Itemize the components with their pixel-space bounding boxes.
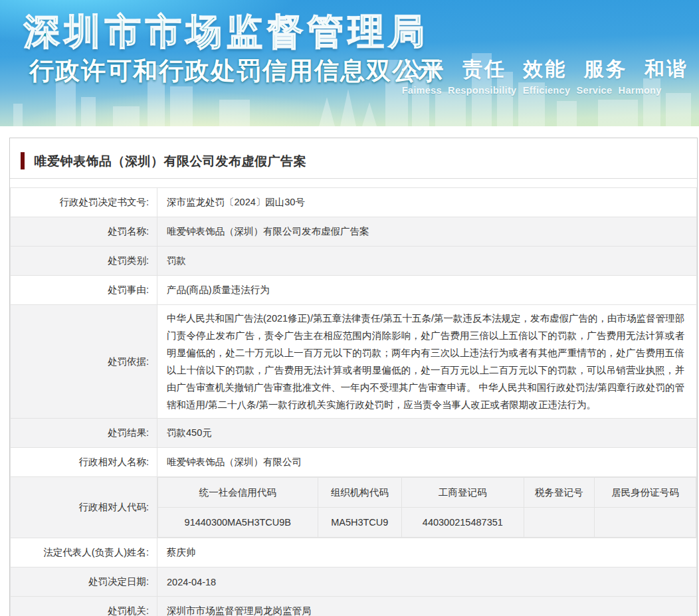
table-row: 行政相对人名称: 唯爱钟表饰品（深圳）有限公司 [11,448,697,477]
field-value: 唯爱钟表饰品（深圳）有限公司 [157,448,697,477]
code-table-value-row: 91440300MA5H3TCU9B MA5H3TCU9 44030021548… [158,508,696,538]
slogan-english: Faimess Responsibility Efficiency Servic… [402,85,688,96]
field-label: 行政处罚决定书文号: [11,188,157,217]
site-banner: 深圳市市场监督管理局 行政许可和行政处罚信用信息双公示 公平 责任 效能 服务 … [0,0,699,126]
code-header: 统一社会信用代码 [158,478,318,508]
field-label: 处罚事由: [11,276,157,305]
slogan-block: 公平 责任 效能 服务 和谐 Faimess Responsibility Ef… [402,56,688,96]
title-accent-bar [21,152,25,169]
field-label: 处罚依据: [11,305,157,419]
field-label: 处罚结果: [11,419,157,448]
document-title-bar: 唯爱钟表饰品（深圳）有限公司发布虚假广告案 [10,138,697,179]
field-value: 罚款 [157,247,697,276]
code-table-header-row: 统一社会信用代码 组织机构代码 工商登记码 税务登记号 居民身份证号码 [158,478,696,508]
content-box: 唯爱钟表饰品（深圳）有限公司发布虚假广告案 行政处罚决定书文号: 深市监龙处罚〔… [9,138,698,616]
field-label: 处罚机关: [11,597,157,616]
table-row: 处罚事由: 产品(商品)质量违法行为 [11,276,697,305]
table-row-codes: 行政相对人代码: 统一社会信用代码 组织机构代码 工商登记码 税务登记号 居民身… [11,477,697,538]
table-row: 处罚决定日期: 2024-04-18 [11,567,697,597]
code-header: 工商登记码 [401,478,524,508]
table-row: 处罚依据: 中华人民共和国广告法(2021修正)/第五章法律责任/第五十五条/第… [11,305,697,419]
code-value [524,508,594,538]
table-row: 法定代表人(负责人)姓名: 蔡庆帅 [11,538,697,567]
field-label: 处罚类别: [11,247,157,276]
field-value: 中华人民共和国广告法(2021修正)/第五章法律责任/第五十五条/第一款违反本法… [157,305,697,419]
code-header: 居民身份证号码 [594,478,696,508]
table-row: 处罚类别: 罚款 [11,247,697,276]
field-value: 深圳市市场监督管理局龙岗监管局 [157,597,697,616]
penalty-info-table: 行政处罚决定书文号: 深市监龙处罚〔2024〕园山30号 处罚名称: 唯爱钟表饰… [10,187,697,616]
field-label: 法定代表人(负责人)姓名: [11,538,157,567]
field-label: 处罚名称: [11,217,157,247]
code-value [594,508,696,538]
code-value: MA5H3TCU9 [318,508,401,538]
table-row: 处罚结果: 罚款450元 [11,419,697,448]
agency-title: 深圳市市场监督管理局 [24,8,429,56]
table-row: 行政处罚决定书文号: 深市监龙处罚〔2024〕园山30号 [11,188,697,217]
page-title: 唯爱钟表饰品（深圳）有限公司发布虚假广告案 [34,153,306,170]
slogan-chinese: 公平 责任 效能 服务 和谐 [402,56,688,83]
code-value: 91440300MA5H3TCU9B [158,508,318,538]
code-table: 统一社会信用代码 组织机构代码 工商登记码 税务登记号 居民身份证号码 9144… [157,477,696,538]
field-value: 罚款450元 [157,419,697,448]
table-row: 处罚名称: 唯爱钟表饰品（深圳）有限公司发布虚假广告案 [11,217,697,247]
field-value: 产品(商品)质量违法行为 [157,276,697,305]
code-header: 税务登记号 [524,478,594,508]
field-value: 统一社会信用代码 组织机构代码 工商登记码 税务登记号 居民身份证号码 9144… [157,477,697,538]
banner-subtitle: 行政许可和行政处罚信用信息双公示 [29,54,444,88]
code-value: 440300215487351 [401,508,524,538]
field-label: 处罚决定日期: [11,567,157,597]
field-value: 唯爱钟表饰品（深圳）有限公司发布虚假广告案 [157,217,697,247]
field-value: 深市监龙处罚〔2024〕园山30号 [157,188,697,217]
table-row: 处罚机关: 深圳市市场监督管理局龙岗监管局 [11,597,697,616]
code-header: 组织机构代码 [318,478,401,508]
field-value: 蔡庆帅 [157,538,697,567]
field-value: 2024-04-18 [157,567,697,597]
field-label: 行政相对人名称: [11,448,157,477]
field-label: 行政相对人代码: [11,477,157,538]
